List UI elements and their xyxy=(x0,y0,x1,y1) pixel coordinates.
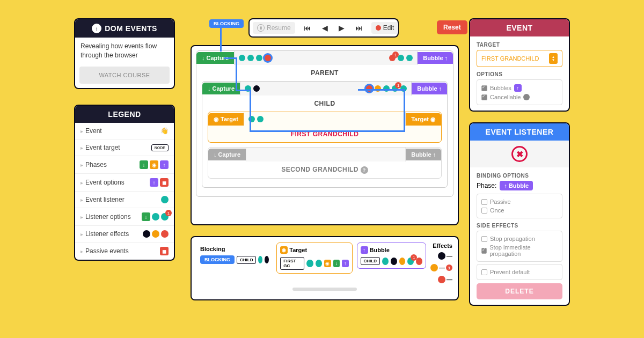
side-effects-label: SIDE EFFECTS xyxy=(477,223,562,229)
option-badge-icon: ◼ xyxy=(160,178,169,187)
legend-item-event-target[interactable]: ▸ Event target NODE xyxy=(75,139,174,156)
skip-back-button[interactable]: ⏮ xyxy=(299,21,316,34)
event-path xyxy=(358,89,404,91)
timeline-dot: 1 xyxy=(407,258,414,265)
legend-header: LEGEND xyxy=(75,106,174,123)
effect-dot-icon xyxy=(152,230,159,238)
legend-item-listener-options[interactable]: ▸ Listener options ↓ 1 xyxy=(75,208,174,225)
listener-dot[interactable] xyxy=(256,55,262,61)
listener-dot-icon xyxy=(161,196,169,203)
timeline-blocking: Blocking BLOCKING CHILD xyxy=(197,243,272,267)
cancellable-option[interactable]: Cancellable xyxy=(481,93,558,101)
edit-button[interactable]: Edit xyxy=(371,22,399,34)
listener-dot[interactable] xyxy=(383,85,390,92)
listener-dot[interactable] xyxy=(247,55,254,61)
legend-item-passive-events[interactable]: ▸ Passive events ◼ xyxy=(75,242,174,260)
child-node: ↓ Capture 1 Bubble ↑ CHILD xyxy=(202,81,448,188)
once-option[interactable]: Once xyxy=(481,206,558,215)
first-grandchild-name: FIRST GRANDCHILD xyxy=(208,126,441,142)
checkbox-icon xyxy=(481,269,487,275)
resume-button[interactable]: ⏸ Resume xyxy=(253,22,295,34)
listener-dot[interactable] xyxy=(406,55,413,61)
timeline-dot xyxy=(258,256,262,263)
capture-badge-icon: ↓ xyxy=(140,160,148,169)
target-label: Target ◉ xyxy=(406,113,441,126)
legend-item-event[interactable]: ▸ Event 👋 xyxy=(75,123,174,139)
legend-item-listener-effects[interactable]: ▸ Listener effects xyxy=(75,225,174,242)
timeline-node-firstgc: FIRST GC xyxy=(280,257,304,270)
listener-dot[interactable] xyxy=(375,85,381,92)
checkbox-icon xyxy=(481,236,487,242)
capture-badge-icon: ↓ xyxy=(142,212,150,221)
event-path xyxy=(220,26,222,52)
skip-forward-button[interactable]: ⏭ xyxy=(351,21,367,34)
spinner-icon[interactable]: ▲▼ xyxy=(549,53,558,64)
dom-events-title: DOM EVENTS xyxy=(105,24,157,33)
legend-item-phases[interactable]: ▸ Phases ↓ ◉ ↑ xyxy=(75,156,174,173)
checkbox-checked-icon xyxy=(481,248,487,254)
listener-dot-active[interactable] xyxy=(265,55,271,61)
bubbles-option[interactable]: Bubbles ↑ xyxy=(481,83,558,93)
timeline-dot xyxy=(391,258,397,265)
caret-icon: ▸ xyxy=(80,180,83,186)
listener-dot-icon: 1 xyxy=(161,213,169,221)
bubble-label: Bubble ↑ xyxy=(412,83,447,94)
listener-dot[interactable]: 1 xyxy=(392,85,398,92)
legend-item-event-listener[interactable]: ▸ Event listener xyxy=(75,191,174,208)
wave-icon: 👋 xyxy=(160,127,169,135)
checkbox-icon xyxy=(481,199,487,205)
timeline-target: ◉Target FIRST GC ◉ ↓ ↑ xyxy=(276,243,352,274)
record-icon xyxy=(376,25,381,31)
bubble-icon: ↑ xyxy=(342,260,348,267)
cancel-circle-icon: ✖ xyxy=(511,146,528,162)
listener-dot[interactable]: 1 xyxy=(389,55,396,61)
next-button[interactable]: ▶ xyxy=(334,21,349,34)
dom-events-description: Revealing how events flow through the br… xyxy=(75,38,174,64)
event-path xyxy=(404,89,405,131)
option-badge-icon: ↑ xyxy=(150,178,158,187)
cancel-icon xyxy=(523,94,530,100)
caret-icon: ▸ xyxy=(80,231,83,237)
target-label: TARGET xyxy=(477,42,562,48)
options-label: OPTIONS xyxy=(477,71,562,77)
delete-button[interactable]: DELETE xyxy=(477,283,562,299)
stop-immediate-option[interactable]: Stop immediate propagation xyxy=(481,243,558,258)
target-icon: ◉ xyxy=(324,260,331,267)
help-icon[interactable]: ? xyxy=(361,166,368,174)
checkbox-checked-icon xyxy=(481,85,487,91)
legend-item-event-options[interactable]: ▸ Event options ↑ ◼ xyxy=(75,173,174,191)
dom-events-header: ↕ DOM EVENTS xyxy=(75,19,174,38)
event-visualizer: ↓ Capture 1 Bubble ↑ PARENT ↓ Capture xyxy=(191,45,459,225)
binding-options-label: BINDING OPTIONS xyxy=(477,173,562,179)
node-badge: NODE xyxy=(151,144,169,151)
phase-badge[interactable]: ↑ Bubble xyxy=(500,181,533,190)
target-select[interactable]: FIRST GRANDCHILD ▲▼ xyxy=(477,50,562,67)
caret-icon: ▸ xyxy=(80,214,83,220)
passive-badge-icon: ◼ xyxy=(160,247,169,255)
updown-icon: ↕ xyxy=(92,24,101,33)
caret-icon: ▸ xyxy=(80,248,83,254)
listener-dot[interactable] xyxy=(253,85,260,92)
second-grandchild-name: SECOND GRANDCHILD ? xyxy=(208,161,441,178)
listener-dot[interactable] xyxy=(239,55,245,61)
timeline-node-child: CHILD xyxy=(361,257,380,265)
effect-dot-icon xyxy=(143,230,150,238)
event-path xyxy=(236,90,251,91)
watch-course-button[interactable]: WATCH COURSE xyxy=(79,67,170,84)
target-label: ◉ Target xyxy=(208,113,244,126)
prevent-default-option[interactable]: Prevent default xyxy=(481,268,558,276)
listener-dot-active[interactable] xyxy=(366,85,372,92)
event-header: EVENT xyxy=(470,19,569,36)
event-path xyxy=(250,130,405,132)
playback-toolbar: ⏸ Resume ⏮ ◀ ▶ ⏭ Edit xyxy=(248,18,399,38)
reset-button[interactable]: Reset xyxy=(437,20,467,34)
listener-dot[interactable] xyxy=(257,116,264,122)
timeline-scrollbar[interactable] xyxy=(292,288,357,291)
listener-dot[interactable] xyxy=(398,55,404,61)
caret-icon: ▸ xyxy=(80,145,83,151)
passive-option[interactable]: Passive xyxy=(481,197,558,206)
prev-button[interactable]: ◀ xyxy=(318,21,332,34)
timeline-dot xyxy=(382,258,389,265)
capture-icon: ↓ xyxy=(333,260,340,267)
stop-propagation-option[interactable]: Stop propagation xyxy=(481,234,558,243)
